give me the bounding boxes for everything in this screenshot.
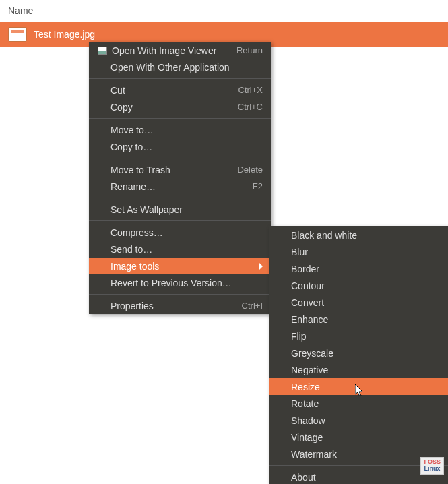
submenu-contour[interactable]: Contour <box>269 277 448 294</box>
menu-cut[interactable]: Cut Ctrl+X <box>89 82 271 98</box>
submenu-enhance[interactable]: Enhance <box>269 311 448 328</box>
menu-properties[interactable]: Properties Ctrl+I <box>89 297 271 314</box>
submenu-greyscale[interactable]: Greyscale <box>269 344 448 361</box>
menu-separator <box>89 78 271 79</box>
menu-separator <box>89 118 271 119</box>
menu-rename[interactable]: Rename… F2 <box>89 178 271 195</box>
submenu-blur[interactable]: Blur <box>269 243 448 260</box>
menu-separator <box>89 220 271 221</box>
menu-revert[interactable]: Revert to Previous Version… <box>89 274 271 291</box>
menu-compress[interactable]: Compress… <box>89 224 271 241</box>
watermark-badge: FOSS Linux <box>420 457 444 475</box>
submenu-convert[interactable]: Convert <box>269 294 448 311</box>
submenu-negative[interactable]: Negative <box>269 361 448 378</box>
menu-move-to[interactable]: Move to… <box>89 121 271 138</box>
mouse-cursor-icon <box>355 384 364 398</box>
menu-send-to[interactable]: Send to… <box>89 241 271 258</box>
menu-open-with-other[interactable]: Open With Other Application <box>89 59 271 75</box>
column-header-name[interactable]: Name <box>0 0 448 22</box>
menu-image-tools[interactable]: Image tools <box>89 258 271 274</box>
submenu-arrow-icon <box>259 263 263 270</box>
menu-separator <box>89 294 271 295</box>
submenu-border[interactable]: Border <box>269 260 448 277</box>
image-file-icon <box>8 27 27 42</box>
menu-move-to-trash[interactable]: Move to Trash Delete <box>89 161 271 178</box>
image-viewer-icon <box>96 47 109 55</box>
menu-set-wallpaper[interactable]: Set As Wallpaper <box>89 201 271 218</box>
submenu-shadow[interactable]: Shadow <box>269 412 448 429</box>
submenu-black-and-white[interactable]: Black and white <box>269 226 448 243</box>
file-name: Test Image.jpg <box>34 29 95 40</box>
context-menu: Open With Image Viewer Return Open With … <box>89 42 271 314</box>
image-tools-submenu: Black and white Blur Border Contour Conv… <box>269 226 448 484</box>
menu-separator <box>89 198 271 198</box>
menu-copy-to[interactable]: Copy to… <box>89 138 271 155</box>
submenu-vintage[interactable]: Vintage <box>269 429 448 446</box>
menu-copy[interactable]: Copy Ctrl+C <box>89 98 271 115</box>
menu-open-with-image-viewer[interactable]: Open With Image Viewer Return <box>89 42 271 59</box>
column-header-label: Name <box>8 5 33 16</box>
menu-separator <box>89 158 271 158</box>
submenu-flip[interactable]: Flip <box>269 328 448 344</box>
